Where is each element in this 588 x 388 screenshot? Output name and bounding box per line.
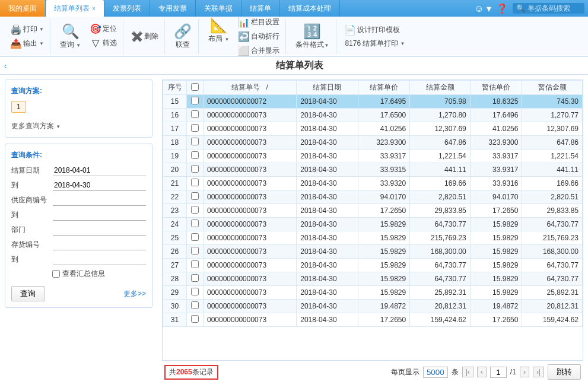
more-conditions-link[interactable]: 更多>> <box>123 289 146 299</box>
row-checkbox[interactable] <box>191 192 199 200</box>
cell-checkbox[interactable] <box>187 177 204 190</box>
col-docno[interactable]: 结算单号 / <box>204 81 297 95</box>
date-from-input[interactable] <box>53 165 146 176</box>
help-icon[interactable]: ❓ <box>496 3 508 14</box>
table-row[interactable]: 220000000000000732018-04-3094.01702,820.… <box>163 190 583 204</box>
more-schemes-link[interactable]: 更多查询方案 ▼ <box>11 121 61 131</box>
cell-checkbox[interactable] <box>187 204 204 218</box>
page-input[interactable] <box>490 367 507 378</box>
table-row[interactable]: 280000000000000732018-04-3015.982964,730… <box>163 272 583 286</box>
row-checkbox[interactable] <box>191 97 199 104</box>
output-button[interactable]: 📤输出▼ <box>9 37 45 50</box>
cell-checkbox[interactable] <box>187 190 204 204</box>
scheme-number[interactable]: 1 <box>11 101 26 113</box>
row-checkbox[interactable] <box>191 124 199 132</box>
row-checkbox[interactable] <box>191 138 199 145</box>
search-input[interactable] <box>527 4 581 12</box>
global-search[interactable]: 🔍 <box>513 3 584 14</box>
inv-to-input[interactable] <box>53 254 146 265</box>
col-amount[interactable]: 结算金额 <box>410 81 471 95</box>
collapse-left-icon[interactable]: ‹ <box>0 61 11 71</box>
col-date[interactable]: 结算日期 <box>297 81 358 95</box>
cell-checkbox[interactable] <box>187 136 204 150</box>
user-icon[interactable]: ☺ ▾ <box>474 3 491 14</box>
autowrap-button[interactable]: ↩️自动折行 <box>237 30 281 43</box>
cell-checkbox[interactable] <box>187 313 204 327</box>
col-est-amount[interactable]: 暂估金额 <box>522 81 583 95</box>
print-template-button[interactable]: 8176 结算单打印▼ <box>344 37 406 50</box>
table-row[interactable]: 290000000000000732018-04-3015.982925,892… <box>163 286 583 300</box>
cell-checkbox[interactable] <box>187 218 204 231</box>
filter-button[interactable]: ▽筛选 <box>89 36 118 49</box>
table-scroll[interactable]: 序号 结算单号 / 结算日期 结算单价 结算金额 暂估单价 暂估金额 15000… <box>162 79 583 361</box>
design-template-button[interactable]: 📄设计打印模板 <box>344 23 406 36</box>
cell-checkbox[interactable] <box>187 231 204 245</box>
row-checkbox[interactable] <box>191 179 199 186</box>
col-select-all[interactable] <box>187 81 204 95</box>
table-row[interactable]: 240000000000000732018-04-3015.982964,730… <box>163 218 583 231</box>
row-checkbox[interactable] <box>191 301 199 309</box>
table-row[interactable]: 180000000000000732018-04-30323.9300647.8… <box>163 136 583 150</box>
last-page-button[interactable]: ›| <box>533 367 544 377</box>
table-row[interactable]: 190000000000000732018-04-3033.93171,221.… <box>163 150 583 163</box>
row-checkbox[interactable] <box>191 274 199 282</box>
row-checkbox[interactable] <box>191 206 199 214</box>
table-row[interactable]: 150000000000000722018-04-3017.6495705.98… <box>163 95 583 109</box>
row-checkbox[interactable] <box>191 220 199 227</box>
layout-button[interactable]: 📐布局 ▼ <box>206 16 231 58</box>
print-button[interactable]: 🖨️打印▼ <box>9 23 45 36</box>
table-row[interactable]: 230000000000000732018-04-3017.265029,833… <box>163 204 583 218</box>
merge-button[interactable]: ⬜合并显示 <box>237 44 281 58</box>
tab-cost-process[interactable]: 结算成本处理 <box>280 0 340 17</box>
col-price[interactable]: 结算单价 <box>358 81 410 95</box>
tab-desktop[interactable]: 我的桌面 <box>0 0 46 17</box>
cell-checkbox[interactable] <box>187 259 204 272</box>
cell-checkbox[interactable] <box>187 163 204 177</box>
view-summary-checkbox[interactable] <box>52 270 60 278</box>
table-row[interactable]: 160000000000000732018-04-3017.65001,270.… <box>163 109 583 122</box>
next-page-button[interactable]: › <box>520 367 529 377</box>
condformat-button[interactable]: 🔢条件格式▼ <box>293 22 331 51</box>
row-checkbox[interactable] <box>191 260 199 268</box>
cell-checkbox[interactable] <box>187 245 204 259</box>
col-seq[interactable]: 序号 <box>163 81 187 95</box>
first-page-button[interactable]: |‹ <box>462 367 473 377</box>
prev-page-button[interactable]: ‹ <box>477 367 487 377</box>
row-checkbox[interactable] <box>191 315 199 323</box>
cell-checkbox[interactable] <box>187 300 204 313</box>
cell-checkbox[interactable] <box>187 95 204 109</box>
supplier-to-input[interactable] <box>53 209 146 221</box>
col-est-price[interactable]: 暂估单价 <box>470 81 522 95</box>
query-submit-button[interactable]: 查询 <box>11 286 45 301</box>
link-button[interactable]: 🔗联查 <box>172 22 193 51</box>
row-checkbox[interactable] <box>191 233 199 241</box>
tab-settlement[interactable]: 结算单 <box>241 0 280 17</box>
cell-checkbox[interactable] <box>187 272 204 286</box>
dept-input[interactable] <box>53 224 146 236</box>
table-row[interactable]: 260000000000000732018-04-3015.9829168,30… <box>163 245 583 259</box>
table-row[interactable]: 300000000000000732018-04-3019.487220,812… <box>163 300 583 313</box>
table-row[interactable]: 200000000000000732018-04-3033.9315441.11… <box>163 163 583 177</box>
row-checkbox[interactable] <box>191 110 199 118</box>
row-checkbox[interactable] <box>191 165 199 173</box>
table-row[interactable]: 270000000000000732018-04-3015.982964,730… <box>163 259 583 272</box>
date-to-input[interactable] <box>53 180 146 191</box>
query-button[interactable]: 🔍查询 ▼ <box>58 22 83 51</box>
cell-checkbox[interactable] <box>187 150 204 163</box>
jump-button[interactable]: 跳转 <box>548 364 581 380</box>
table-row[interactable]: 250000000000000732018-04-3015.9829215,76… <box>163 231 583 245</box>
column-settings-button[interactable]: 📊栏目设置 <box>237 16 281 29</box>
tab-invoice-list[interactable]: 发票列表 <box>104 0 150 17</box>
row-checkbox[interactable] <box>191 247 199 255</box>
row-checkbox[interactable] <box>191 151 199 159</box>
tab-settlement-list[interactable]: 结算单列表× <box>46 0 104 17</box>
cell-checkbox[interactable] <box>187 122 204 136</box>
table-row[interactable]: 210000000000000732018-04-3033.9320169.66… <box>163 177 583 190</box>
cell-checkbox[interactable] <box>187 286 204 300</box>
select-all-checkbox[interactable] <box>191 83 199 91</box>
table-row[interactable]: 170000000000000732018-04-3041.025612,307… <box>163 122 583 136</box>
inv-from-input[interactable] <box>53 239 146 250</box>
close-icon[interactable]: × <box>92 5 96 12</box>
tab-related-docs[interactable]: 关联单据 <box>196 0 241 17</box>
delete-button[interactable]: ✖️删除 <box>131 30 160 43</box>
